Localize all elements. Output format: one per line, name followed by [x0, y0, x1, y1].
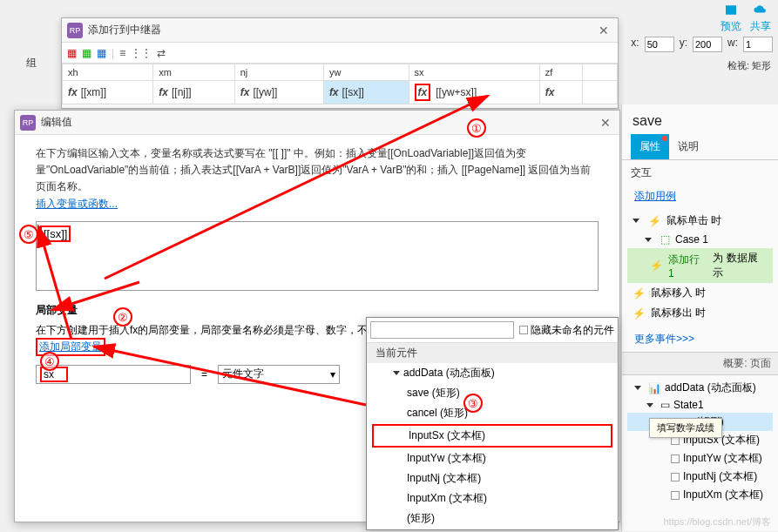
cell-nj[interactable]: fx[[nj]] [153, 81, 234, 104]
widget-picker-dropdown[interactable]: 隐藏未命名的元件 当前元件 addData (动态面板) save (矩形) c… [366, 317, 619, 530]
action-addrow[interactable]: ⚡添加行 1 为 数据展示 [627, 248, 773, 283]
dd-inputyw[interactable]: InputYw (文本框) [367, 448, 618, 468]
rp-icon: RP [67, 23, 83, 38]
equals-label: = [198, 368, 211, 380]
tool2-icon[interactable]: ⋮⋮ [131, 47, 152, 59]
tool3-icon[interactable]: ⇄ [157, 47, 166, 59]
dd-addData[interactable]: addData (动态面板) [367, 363, 618, 383]
tab-properties[interactable]: 属性 [631, 134, 669, 159]
more-events-link[interactable]: 更多事件>>> [622, 327, 778, 352]
cell-sx[interactable]: fx[[sx]] [323, 81, 409, 104]
preview-label: 预览 [720, 19, 741, 34]
localvar-type-value: 元件文字 [222, 367, 264, 381]
outline-inputxm[interactable]: InputXm (文本框) [627, 486, 773, 504]
col-zf[interactable]: zf [539, 64, 582, 81]
cell-zf[interactable]: fx[[yw+sx]] [409, 81, 539, 104]
cloud-icon [753, 3, 768, 19]
close-icon[interactable]: ✕ [597, 116, 614, 130]
play-icon [723, 3, 739, 19]
col-xm[interactable]: xm [153, 64, 234, 81]
outline-state1[interactable]: ▭ State1 [627, 397, 773, 413]
repeater-table[interactable]: xh xm nj yw sx zf fx[[xm]] fx[[nj]] fx[[… [62, 64, 618, 104]
outline-addData[interactable]: 📊 addData (动态面板) [627, 379, 773, 397]
outline-tree[interactable]: 📊 addData (动态面板) ▭ State1 save (矩形) Inpu… [622, 375, 778, 508]
dialog2-title: 编辑值 [41, 115, 72, 130]
annotation-2: ② [113, 307, 132, 327]
annotation-3: ③ [463, 394, 483, 413]
watermark: https://blog.csdn.net/博客 [663, 515, 771, 529]
event-mouseleave[interactable]: ⚡鼠标移出 时 [627, 303, 773, 323]
cell-extra[interactable]: fx [539, 81, 582, 104]
right-panel: save 属性 说明 交互 添加用例 ⚡鼠标单击 时 ⬚Case 1 ⚡添加行 … [621, 104, 778, 531]
current-widget-section: 当前元件 [367, 343, 618, 363]
cell-yw[interactable]: fx[[yw]] [234, 81, 323, 104]
close-icon[interactable]: ✕ [595, 24, 612, 37]
localvar-type-select[interactable]: 元件文字 ▾ [218, 365, 340, 384]
tooltip: 填写数学成绩 [649, 418, 722, 438]
cell-xm[interactable]: fx[[xm]] [63, 81, 153, 104]
rp-icon: RP [20, 115, 36, 131]
group-label: 组 [26, 56, 37, 71]
dd-rect[interactable]: (矩形) [367, 508, 618, 529]
preview-button[interactable]: 预览 [720, 3, 741, 34]
col-sx[interactable]: sx [409, 64, 539, 81]
col-yw[interactable]: yw [323, 64, 409, 81]
dd-add[interactable]: add (矩形) [367, 529, 618, 530]
dialog1-title: 添加行到中继器 [88, 23, 161, 37]
w-label: w: [727, 37, 738, 52]
dd-save[interactable]: save (矩形) [367, 383, 618, 403]
annotation-5: ⑤ [19, 225, 38, 244]
dd-inputxm[interactable]: InputXm (文本框) [367, 488, 618, 508]
x-label: x: [631, 37, 639, 52]
outline-header: 概要: 页面 [622, 352, 778, 375]
value-textarea[interactable]: [[sx]] [36, 221, 599, 291]
grid-icon[interactable]: ▦ [67, 47, 77, 59]
outline-inputnj[interactable]: InputNj (文本框) [627, 468, 773, 486]
annotation-1: ① [467, 118, 486, 138]
event-mouseenter[interactable]: ⚡鼠标移入 时 [627, 283, 773, 303]
w-input[interactable] [743, 37, 773, 52]
edit-description: 在下方编辑区输入文本，变量名称或表达式要写在 "[[ ]]" 中。例如：插入变量… [36, 145, 599, 196]
tab-notes[interactable]: 说明 [669, 134, 707, 159]
col-xh[interactable]: xh [63, 64, 153, 81]
localvar-name-input[interactable]: sx [36, 365, 191, 384]
inspect-label: 检视: 矩形 [727, 59, 771, 72]
dd-inputsx[interactable]: InputSx (文本框) [372, 424, 612, 448]
tool-icon[interactable]: ≡ [119, 47, 125, 59]
x-input[interactable] [645, 37, 674, 52]
dialog1-toolbar: ▦ ▦ ▦ | ≡ ⋮⋮ ⇄ [62, 43, 618, 64]
interaction-label: 交互 [622, 160, 778, 185]
chevron-down-icon: ▾ [330, 368, 335, 380]
case-1[interactable]: ⬚Case 1 [627, 231, 773, 248]
insert-var-link[interactable]: 插入变量或函数... [36, 198, 118, 210]
widget-search-input[interactable] [370, 321, 514, 339]
hide-unnamed-checkbox[interactable]: 隐藏未命名的元件 [519, 323, 614, 338]
dd-cancel[interactable]: cancel (矩形) [367, 403, 618, 423]
add-case-link[interactable]: 添加用例 [622, 185, 778, 207]
add-localvar-link[interactable]: 添加局部变量 [39, 340, 102, 353]
grid3-icon[interactable]: ▦ [97, 47, 106, 59]
selected-widget-name: save [622, 104, 778, 134]
add-row-dialog: RP 添加行到中继器 ✕ ▦ ▦ ▦ | ≡ ⋮⋮ ⇄ xh xm nj yw … [61, 17, 619, 109]
col-nj[interactable]: nj [234, 64, 323, 81]
grid2-icon[interactable]: ▦ [82, 47, 91, 59]
dd-inputnj[interactable]: InputNj (文本框) [367, 468, 618, 488]
share-button[interactable]: 共享 [750, 3, 771, 34]
event-click[interactable]: ⚡鼠标单击 时 [627, 211, 773, 231]
share-label: 共享 [750, 19, 771, 34]
y-input[interactable] [693, 37, 722, 52]
outline-inputyw[interactable]: InputYw (文本框) [627, 449, 773, 468]
y-label: y: [680, 37, 687, 52]
annotation-4: ④ [40, 352, 59, 371]
textarea-value: [[sx]] [40, 226, 71, 242]
coords-bar: x: y: w: [631, 37, 773, 52]
